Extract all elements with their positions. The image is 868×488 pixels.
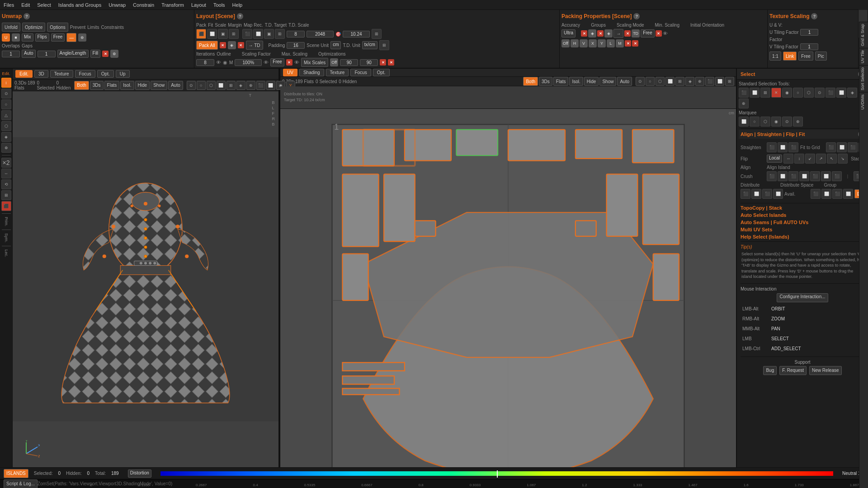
uv-opt-tab[interactable]: Opt. <box>373 69 390 76</box>
uv-show-btn[interactable]: Show <box>599 77 616 86</box>
sel-grid2[interactable]: ⬜ <box>836 88 846 98</box>
scaling-x[interactable]: ✕ <box>624 30 631 37</box>
smooth-icon[interactable]: ⬜ <box>266 81 275 90</box>
menu-islands[interactable]: Islands and Groups <box>58 2 101 8</box>
marquee-lasso[interactable]: ◉ <box>771 117 781 127</box>
pack-icon3[interactable]: ▣ <box>218 29 228 39</box>
stop-icon[interactable]: ■ <box>12 33 20 42</box>
flip-r1[interactable]: ↙ <box>805 154 815 164</box>
crush-icon5[interactable]: ⬛ <box>810 171 820 181</box>
clear-btn[interactable]: ✕ <box>102 51 108 57</box>
opt-tab[interactable]: Opt. <box>97 70 114 78</box>
tool-hex[interactable]: ⬡ <box>1 121 11 131</box>
topo-copy-row[interactable]: TopoCopy | Stack <box>739 204 866 211</box>
uv-sphere-icon[interactable]: ⊙ <box>636 77 645 86</box>
opt1-input[interactable] <box>340 59 358 66</box>
sphere-icon[interactable]: ⊙ <box>187 81 196 90</box>
sel-none[interactable]: ⊕ <box>739 99 749 108</box>
uvdims-tab[interactable]: UVDIMs <box>859 92 868 112</box>
tool-move[interactable]: ⊙ <box>1 89 11 99</box>
orient-x2[interactable]: ✕ <box>632 40 638 47</box>
pic-btn[interactable]: Pic <box>815 52 827 61</box>
crush-icon7[interactable]: ⬛ <box>832 171 842 181</box>
menu-files[interactable]: Files <box>4 2 14 8</box>
menu-tools[interactable]: Tools <box>213 2 225 8</box>
ms2-eye[interactable]: 👁 <box>663 31 668 36</box>
hide-btn[interactable]: Hide <box>135 81 150 90</box>
min-x[interactable]: ✕ <box>656 30 662 37</box>
packing-help[interactable]: ? <box>633 13 640 19</box>
3ds-btn[interactable]: 3Ds <box>90 81 104 90</box>
td-scale-icon[interactable]: ⊞ <box>372 29 382 39</box>
dist-icon1[interactable]: ⬛ <box>741 189 750 199</box>
checker-icon[interactable]: ⊞ <box>226 81 236 90</box>
scaling-mode-icon[interactable]: ◈ <box>604 29 613 38</box>
menu-constrain[interactable]: Constrain <box>133 2 154 8</box>
uv-wire2-icon[interactable]: ⊕ <box>695 77 704 86</box>
scale-icon1[interactable]: ⬛ <box>242 29 252 39</box>
tool-plus[interactable]: ⊕ <box>1 143 11 153</box>
texture-help[interactable]: ? <box>811 13 817 19</box>
opt-x2[interactable]: ✕ <box>388 59 394 66</box>
mode-dropdown[interactable]: Mix <box>22 33 33 42</box>
menu-transform[interactable]: Transform <box>161 2 184 8</box>
constraints-icon[interactable]: ⊕ <box>78 33 86 42</box>
uv-edit-tab[interactable]: UV <box>283 69 297 76</box>
margin-input[interactable] <box>287 31 305 38</box>
opt2-input[interactable] <box>360 59 378 66</box>
flips-dropdown[interactable]: Flips <box>35 33 49 42</box>
box-icon[interactable]: ⬡ <box>207 81 216 90</box>
uv-checker3-icon[interactable]: ⊞ <box>675 77 684 86</box>
configure-btn[interactable]: Configure Interaction... <box>777 293 828 302</box>
auto-dropdown[interactable]: Auto <box>22 50 36 58</box>
sel-marquee2[interactable]: ⬜ <box>750 88 760 98</box>
crush-icon6[interactable]: ⬜ <box>821 171 831 181</box>
x-icon[interactable]: X <box>589 39 597 47</box>
space-icon1[interactable]: ⬛ <box>811 189 821 199</box>
wire-icon[interactable]: ⊕ <box>246 81 255 90</box>
options-btn[interactable]: Options <box>47 23 68 32</box>
crush-icon1[interactable]: ⬛ <box>767 171 777 181</box>
td-unit-icon[interactable]: ⊞ <box>379 40 389 50</box>
free-x-btn[interactable]: ✕ <box>286 59 292 66</box>
str-icon3[interactable]: ⬛ <box>788 142 798 152</box>
menu-edit[interactable]: Edit <box>21 2 30 8</box>
menu-help[interactable]: Help <box>232 2 243 8</box>
fit-icon2[interactable]: ⬜ <box>837 142 847 152</box>
up-tab[interactable]: Up <box>116 70 130 78</box>
flip-r3[interactable]: ↖ <box>827 154 837 164</box>
link-text-btn[interactable]: Link <box>783 52 797 61</box>
off-icon[interactable]: Off <box>330 58 338 66</box>
texture-tab[interactable]: Texture <box>50 70 73 78</box>
uv-hex-icon[interactable]: ⬡ <box>656 77 665 86</box>
free2-dropdown[interactable]: Free <box>641 29 655 38</box>
padding-input[interactable] <box>287 42 305 49</box>
opt-x1[interactable]: ✕ <box>380 59 386 66</box>
unfold-btn[interactable]: Unfold <box>2 23 20 32</box>
flips-btn[interactable]: — <box>66 33 76 42</box>
str-icon2[interactable]: ⬜ <box>778 142 788 152</box>
marquee-paint[interactable]: ⊙ <box>782 117 792 127</box>
flats-btn[interactable]: Flats <box>104 81 120 90</box>
td-x-btn[interactable]: ✕ <box>238 42 244 48</box>
angle-dropdown[interactable]: Angle/Length <box>57 50 89 58</box>
m-icon[interactable]: M <box>616 39 624 47</box>
uv-shading-tab[interactable]: Shading <box>299 69 324 76</box>
sel-all[interactable]: ◈ <box>847 88 857 98</box>
uv-flat2-icon[interactable]: ⬛ <box>705 77 714 86</box>
uv-focus-tab[interactable]: Focus <box>350 69 371 76</box>
uv-shade2-icon[interactable]: ◈ <box>685 77 694 86</box>
space-icon3[interactable]: ⬛ <box>832 189 842 199</box>
uv-circle-icon[interactable]: ○ <box>646 77 655 86</box>
flip-local-dropdown[interactable]: Local <box>767 155 782 163</box>
dist-icon2[interactable]: ⬜ <box>751 189 761 199</box>
script-log-btn[interactable]: Script & Log... <box>4 479 38 488</box>
sort-select-tab[interactable]: Sort Selectio <box>859 69 868 92</box>
bug-btn[interactable]: Bug <box>763 366 777 375</box>
uv-flats-btn[interactable]: Flats <box>553 77 569 86</box>
new-release-btn[interactable]: New Release <box>809 366 841 375</box>
tool-black[interactable]: ⬛ <box>1 201 11 211</box>
uv-grid3-icon[interactable]: ⬜ <box>665 77 675 86</box>
mix-scales-btn[interactable]: Mix Scales <box>301 58 328 67</box>
circle-icon[interactable]: ○ <box>197 81 206 90</box>
